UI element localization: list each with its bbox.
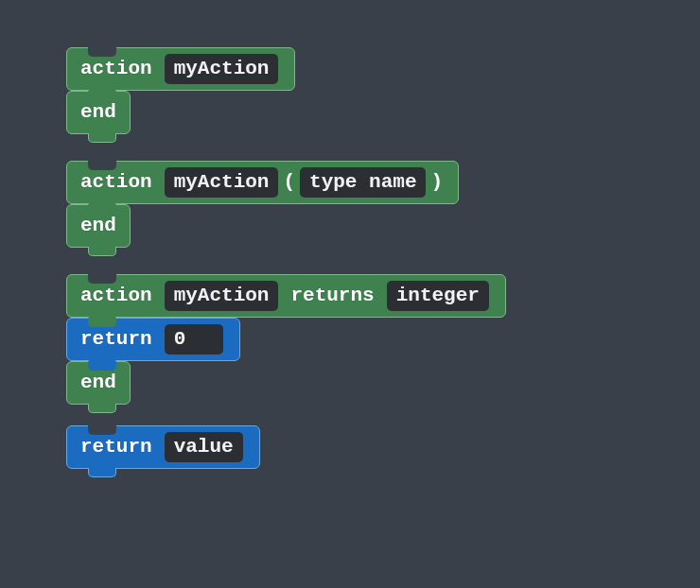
return-value-field[interactable]: 0	[165, 324, 223, 355]
end-block[interactable]: end	[66, 361, 131, 405]
block-stack-2: action myAction ( type name ) end	[66, 161, 700, 248]
return-type-field[interactable]: integer	[387, 281, 489, 311]
return-block[interactable]: return 0	[66, 318, 240, 361]
return-expression-field[interactable]: value	[165, 432, 243, 462]
return-value-block[interactable]: return value	[66, 425, 260, 469]
action-name-field[interactable]: myAction	[165, 281, 279, 311]
action-with-params-block[interactable]: action myAction ( type name )	[66, 161, 459, 204]
block-stack-1: action myAction end	[66, 47, 700, 134]
action-definition-block[interactable]: action myAction	[66, 47, 295, 91]
action-returns-block[interactable]: action myAction returns integer	[66, 274, 506, 318]
action-name-field[interactable]: myAction	[165, 54, 279, 84]
param-field[interactable]: type name	[300, 167, 426, 198]
block-stack-3: action myAction returns integer return 0…	[66, 274, 700, 405]
end-block[interactable]: end	[66, 91, 131, 134]
block-workspace: action myAction end action myAction ( ty…	[0, 0, 700, 469]
block-stack-4: return value	[66, 425, 700, 469]
end-block[interactable]: end	[66, 204, 131, 248]
action-name-field[interactable]: myAction	[165, 167, 279, 198]
